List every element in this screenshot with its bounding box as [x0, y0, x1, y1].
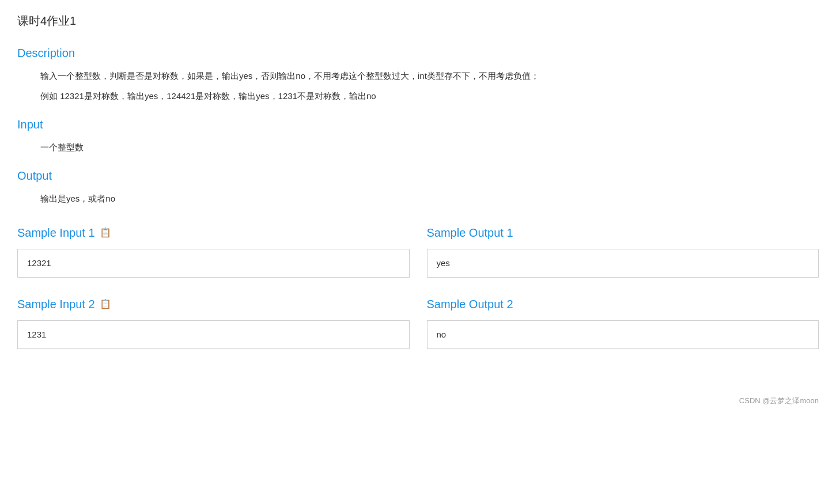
- output-content: 输出是yes，或者no: [17, 191, 819, 206]
- clipboard-icon-2[interactable]: 📋: [100, 297, 111, 312]
- sample-input-label-1: Sample Input 1 📋: [17, 223, 410, 242]
- sample-input-box-1: 12321: [17, 249, 410, 278]
- sample-output-label-2: Sample Output 2: [427, 295, 819, 313]
- output-label: Output: [17, 166, 819, 185]
- sample-output-label-1: Sample Output 1: [427, 223, 819, 242]
- description-section: Description 输入一个整型数，判断是否是对称数，如果是，输出yes，否…: [17, 44, 819, 104]
- footer: CSDN @云梦之泽moon: [17, 389, 819, 407]
- input-section: Input 一个整型数: [17, 115, 819, 155]
- description-line1: 输入一个整型数，判断是否是对称数，如果是，输出yes，否则输出no，不用考虑这个…: [17, 68, 819, 84]
- sample-output-box-1: yes: [427, 249, 819, 278]
- sample-input-section-1: Sample Input 1 📋 12321: [17, 223, 410, 295]
- input-content: 一个整型数: [17, 139, 819, 155]
- output-section: Output 输出是yes，或者no: [17, 166, 819, 206]
- page-title: 课时4作业1: [17, 12, 819, 30]
- samples-grid: Sample Input 1 📋 12321 Sample Output 1 y…: [17, 223, 819, 366]
- sample-output-section-1: Sample Output 1 yes: [427, 223, 819, 295]
- sample-input-label-2: Sample Input 2 📋: [17, 295, 410, 313]
- sample-input-box-2: 1231: [17, 320, 410, 349]
- description-line2: 例如 12321是对称数，输出yes，124421是对称数，输出yes，1231…: [17, 88, 819, 104]
- clipboard-icon-1[interactable]: 📋: [100, 225, 111, 240]
- description-label: Description: [17, 44, 819, 62]
- input-label: Input: [17, 115, 819, 134]
- sample-output-box-2: no: [427, 320, 819, 349]
- sample-output-section-2: Sample Output 2 no: [427, 295, 819, 366]
- sample-input-section-2: Sample Input 2 📋 1231: [17, 295, 410, 366]
